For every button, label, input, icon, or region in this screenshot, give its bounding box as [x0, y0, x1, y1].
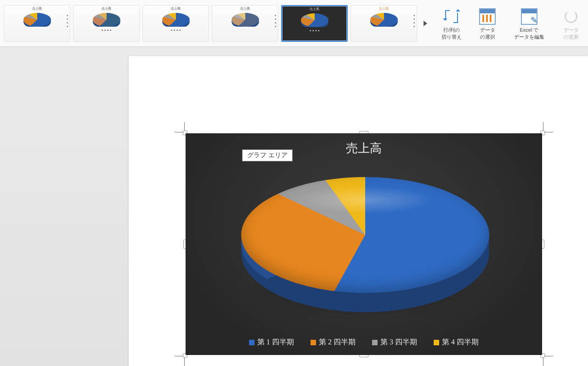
pie-highlight: [296, 186, 434, 214]
chart-area-tooltip: グラフ エリア: [242, 149, 293, 161]
refresh-icon: [563, 8, 579, 25]
chart-style-3[interactable]: 売上高 ■■■■: [142, 5, 209, 42]
chart-plot-area[interactable]: 売上高 グラフ エリア 第 1 四半期 第 2 四半期 第 3 四半期 第 4 …: [186, 133, 542, 355]
cmd-label: Excel で データを編集: [514, 27, 544, 40]
switch-rows-icon: [443, 8, 460, 25]
cmd-label: 行/列の 切り替え: [441, 27, 462, 40]
chart-style-more-arrow[interactable]: [422, 19, 430, 28]
legend-item[interactable]: 第 3 四半期: [372, 337, 417, 347]
refresh-data-button: データ の更新: [553, 6, 588, 42]
chart-style-1[interactable]: 売上高 ■■■■: [4, 5, 70, 42]
thumb-title: 売上高: [310, 7, 319, 11]
edit-data-in-excel-button[interactable]: Excel で データを編集: [505, 6, 553, 42]
document-page[interactable]: 売上高 グラフ エリア 第 1 四半期 第 2 四半期 第 3 四半期 第 4 …: [129, 56, 588, 366]
select-data-icon: [479, 8, 496, 25]
thumb-title: 売上高: [171, 6, 181, 11]
chart-legend[interactable]: 第 1 四半期 第 2 四半期 第 3 四半期 第 4 四半期: [186, 337, 542, 347]
switch-row-column-button[interactable]: 行/列の 切り替え: [434, 6, 469, 42]
cmd-label: データ の選択: [480, 27, 495, 40]
pie-3d[interactable]: [241, 177, 489, 315]
legend-item[interactable]: 第 1 四半期: [249, 337, 294, 347]
edit-excel-icon: [521, 8, 537, 25]
chart-style-2[interactable]: 売上高 ■■■■: [73, 5, 140, 42]
cmd-label: データ の更新: [564, 27, 579, 40]
thumb-title: 売上高: [379, 6, 389, 11]
chart-style-4[interactable]: 売上高 ■■■■: [212, 5, 278, 42]
thumb-title: 売上高: [32, 6, 42, 11]
thumb-title: 売上高: [102, 6, 111, 11]
thumb-title: 売上高: [240, 6, 250, 11]
legend-label: 第 4 四半期: [442, 338, 479, 346]
legend-label: 第 2 四半期: [319, 338, 356, 346]
legend-label: 第 3 四半期: [380, 338, 417, 346]
select-data-button[interactable]: データ の選択: [469, 6, 505, 42]
chart-style-6[interactable]: 売上高 ■■■■: [351, 5, 417, 42]
ribbon-data-commands: 行/列の 切り替え データ の選択 Excel で データを編集 データ の更新: [434, 5, 588, 42]
legend-label: 第 1 四半期: [257, 338, 294, 346]
chart-design-ribbon: 売上高 ■■■■ 売上高 ■■■■ 売上高 ■■■■ 売上高 ■■■■ 売上高 …: [0, 0, 588, 47]
chart-title[interactable]: 売上高: [186, 140, 542, 156]
chart-object-selected[interactable]: 売上高 グラフ エリア 第 1 四半期 第 2 四半期 第 3 四半期 第 4 …: [186, 133, 542, 355]
chart-style-gallery: 売上高 ■■■■ 売上高 ■■■■ 売上高 ■■■■ 売上高 ■■■■ 売上高 …: [0, 2, 434, 45]
legend-item[interactable]: 第 4 四半期: [434, 337, 479, 347]
chart-style-5-selected[interactable]: 売上高 ■■■■: [281, 5, 348, 42]
document-workspace: 売上高 グラフ エリア 第 1 四半期 第 2 四半期 第 3 四半期 第 4 …: [0, 47, 588, 366]
legend-item[interactable]: 第 2 四半期: [311, 337, 356, 347]
